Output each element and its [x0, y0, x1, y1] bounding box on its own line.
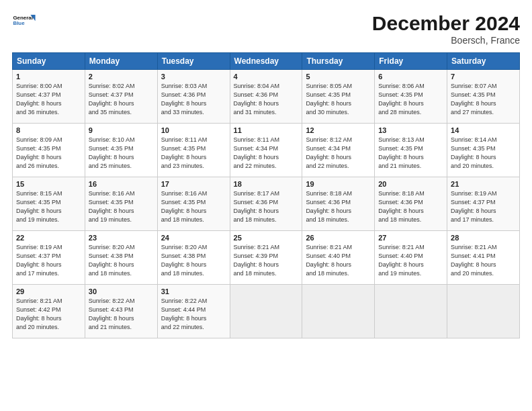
day-info: Sunrise: 8:21 AM Sunset: 4:40 PM Dayligh…	[306, 243, 371, 278]
day-cell: 17Sunrise: 8:16 AM Sunset: 4:35 PM Dayli…	[157, 177, 230, 231]
day-info: Sunrise: 8:20 AM Sunset: 4:38 PM Dayligh…	[161, 243, 226, 278]
day-info: Sunrise: 8:12 AM Sunset: 4:34 PM Dayligh…	[306, 136, 371, 171]
day-number: 3	[161, 73, 226, 81]
day-cell: 28Sunrise: 8:21 AM Sunset: 4:41 PM Dayli…	[447, 231, 520, 285]
day-info: Sunrise: 8:07 AM Sunset: 4:35 PM Dayligh…	[451, 82, 516, 117]
col-header-thursday: Thursday	[302, 53, 375, 70]
day-number: 29	[16, 287, 81, 295]
day-info: Sunrise: 8:15 AM Sunset: 4:35 PM Dayligh…	[16, 189, 81, 224]
day-number: 31	[161, 287, 226, 295]
day-number: 27	[378, 234, 443, 242]
day-info: Sunrise: 8:18 AM Sunset: 4:36 PM Dayligh…	[378, 189, 443, 224]
day-number: 28	[451, 234, 516, 242]
week-row: 15Sunrise: 8:15 AM Sunset: 4:35 PM Dayli…	[13, 177, 520, 231]
day-info: Sunrise: 8:05 AM Sunset: 4:35 PM Dayligh…	[306, 82, 371, 117]
day-info: Sunrise: 8:19 AM Sunset: 4:37 PM Dayligh…	[451, 189, 516, 224]
day-info: Sunrise: 8:21 AM Sunset: 4:41 PM Dayligh…	[451, 243, 516, 278]
day-number: 25	[234, 234, 299, 242]
svg-text:Blue: Blue	[13, 20, 25, 26]
day-cell: 26Sunrise: 8:21 AM Sunset: 4:40 PM Dayli…	[302, 231, 375, 285]
day-cell: 2Sunrise: 8:02 AM Sunset: 4:37 PM Daylig…	[85, 70, 157, 124]
day-cell: 12Sunrise: 8:12 AM Sunset: 4:34 PM Dayli…	[302, 124, 375, 177]
day-cell: 5Sunrise: 8:05 AM Sunset: 4:35 PM Daylig…	[302, 70, 375, 124]
col-header-sunday: Sunday	[13, 53, 85, 70]
col-header-wednesday: Wednesday	[230, 53, 302, 70]
day-number: 7	[451, 73, 516, 81]
day-number: 23	[89, 234, 154, 242]
day-cell: 21Sunrise: 8:19 AM Sunset: 4:37 PM Dayli…	[447, 177, 520, 231]
day-info: Sunrise: 8:11 AM Sunset: 4:35 PM Dayligh…	[161, 136, 226, 171]
day-cell: 4Sunrise: 8:04 AM Sunset: 4:36 PM Daylig…	[230, 70, 302, 124]
day-number: 19	[306, 180, 371, 188]
day-cell: 20Sunrise: 8:18 AM Sunset: 4:36 PM Dayli…	[375, 177, 447, 231]
day-cell: 24Sunrise: 8:20 AM Sunset: 4:38 PM Dayli…	[157, 231, 230, 285]
day-info: Sunrise: 8:11 AM Sunset: 4:34 PM Dayligh…	[234, 136, 299, 171]
day-info: Sunrise: 8:09 AM Sunset: 4:35 PM Dayligh…	[16, 136, 81, 171]
day-cell: 13Sunrise: 8:13 AM Sunset: 4:35 PM Dayli…	[375, 124, 447, 177]
day-cell: 10Sunrise: 8:11 AM Sunset: 4:35 PM Dayli…	[157, 124, 230, 177]
day-cell: 1Sunrise: 8:00 AM Sunset: 4:37 PM Daylig…	[13, 70, 85, 124]
day-cell	[375, 285, 447, 338]
day-cell: 3Sunrise: 8:03 AM Sunset: 4:36 PM Daylig…	[157, 70, 230, 124]
day-info: Sunrise: 8:22 AM Sunset: 4:44 PM Dayligh…	[161, 297, 226, 332]
day-info: Sunrise: 8:19 AM Sunset: 4:37 PM Dayligh…	[16, 243, 81, 278]
day-number: 30	[89, 287, 154, 295]
day-number: 15	[16, 180, 81, 188]
day-number: 26	[306, 234, 371, 242]
col-header-saturday: Saturday	[447, 53, 520, 70]
day-info: Sunrise: 8:04 AM Sunset: 4:36 PM Dayligh…	[234, 82, 299, 117]
day-cell	[302, 285, 375, 338]
header: General Blue December 2024 Boersch, Fran…	[12, 12, 520, 46]
week-row: 1Sunrise: 8:00 AM Sunset: 4:37 PM Daylig…	[13, 70, 520, 124]
day-info: Sunrise: 8:00 AM Sunset: 4:37 PM Dayligh…	[16, 82, 81, 117]
col-header-monday: Monday	[85, 53, 157, 70]
day-number: 11	[234, 126, 299, 134]
day-info: Sunrise: 8:18 AM Sunset: 4:36 PM Dayligh…	[306, 189, 371, 224]
calendar-table: SundayMondayTuesdayWednesdayThursdayFrid…	[12, 52, 520, 338]
col-header-tuesday: Tuesday	[157, 53, 230, 70]
day-info: Sunrise: 8:02 AM Sunset: 4:37 PM Dayligh…	[89, 82, 154, 117]
day-cell: 15Sunrise: 8:15 AM Sunset: 4:35 PM Dayli…	[13, 177, 85, 231]
day-info: Sunrise: 8:21 AM Sunset: 4:42 PM Dayligh…	[16, 297, 81, 332]
day-info: Sunrise: 8:17 AM Sunset: 4:36 PM Dayligh…	[234, 189, 299, 224]
day-info: Sunrise: 8:20 AM Sunset: 4:38 PM Dayligh…	[89, 243, 154, 278]
day-info: Sunrise: 8:22 AM Sunset: 4:43 PM Dayligh…	[89, 297, 154, 332]
col-header-friday: Friday	[375, 53, 447, 70]
day-info: Sunrise: 8:03 AM Sunset: 4:36 PM Dayligh…	[161, 82, 226, 117]
day-cell: 14Sunrise: 8:14 AM Sunset: 4:35 PM Dayli…	[447, 124, 520, 177]
day-number: 21	[451, 180, 516, 188]
day-info: Sunrise: 8:16 AM Sunset: 4:35 PM Dayligh…	[89, 189, 154, 224]
day-number: 20	[378, 180, 443, 188]
day-number: 2	[89, 73, 154, 81]
day-number: 4	[234, 73, 299, 81]
page: General Blue December 2024 Boersch, Fran…	[0, 0, 532, 411]
day-number: 12	[306, 126, 371, 134]
day-info: Sunrise: 8:10 AM Sunset: 4:35 PM Dayligh…	[89, 136, 154, 171]
day-number: 22	[16, 234, 81, 242]
day-cell: 19Sunrise: 8:18 AM Sunset: 4:36 PM Dayli…	[302, 177, 375, 231]
day-cell: 16Sunrise: 8:16 AM Sunset: 4:35 PM Dayli…	[85, 177, 157, 231]
week-row: 29Sunrise: 8:21 AM Sunset: 4:42 PM Dayli…	[13, 285, 520, 338]
day-number: 10	[161, 126, 226, 134]
day-number: 14	[451, 126, 516, 134]
header-row: SundayMondayTuesdayWednesdayThursdayFrid…	[13, 53, 520, 70]
day-cell: 31Sunrise: 8:22 AM Sunset: 4:44 PM Dayli…	[157, 285, 230, 338]
day-cell	[447, 285, 520, 338]
day-cell: 22Sunrise: 8:19 AM Sunset: 4:37 PM Dayli…	[13, 231, 85, 285]
day-number: 16	[89, 180, 154, 188]
day-cell	[230, 285, 302, 338]
day-cell: 27Sunrise: 8:21 AM Sunset: 4:40 PM Dayli…	[375, 231, 447, 285]
logo: General Blue	[12, 12, 38, 31]
day-info: Sunrise: 8:16 AM Sunset: 4:35 PM Dayligh…	[161, 189, 226, 224]
day-number: 1	[16, 73, 81, 81]
day-cell: 29Sunrise: 8:21 AM Sunset: 4:42 PM Dayli…	[13, 285, 85, 338]
logo-icon: General Blue	[12, 12, 36, 31]
day-cell: 11Sunrise: 8:11 AM Sunset: 4:34 PM Dayli…	[230, 124, 302, 177]
day-number: 24	[161, 234, 226, 242]
day-cell: 25Sunrise: 8:21 AM Sunset: 4:39 PM Dayli…	[230, 231, 302, 285]
day-number: 8	[16, 126, 81, 134]
day-cell: 9Sunrise: 8:10 AM Sunset: 4:35 PM Daylig…	[85, 124, 157, 177]
day-cell: 18Sunrise: 8:17 AM Sunset: 4:36 PM Dayli…	[230, 177, 302, 231]
day-number: 9	[89, 126, 154, 134]
day-cell: 7Sunrise: 8:07 AM Sunset: 4:35 PM Daylig…	[447, 70, 520, 124]
